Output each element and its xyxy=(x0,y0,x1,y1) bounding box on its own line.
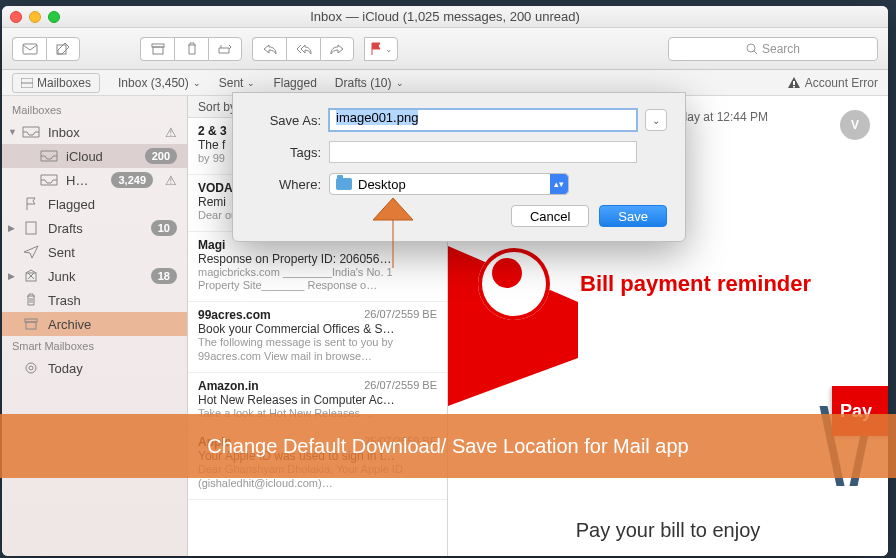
flag-icon xyxy=(22,197,40,211)
titlebar: Inbox — iCloud (1,025 messages, 200 unre… xyxy=(2,6,888,28)
svg-rect-8 xyxy=(26,222,36,234)
get-mail-button[interactable] xyxy=(12,37,46,61)
fav-flagged[interactable]: Flagged xyxy=(273,76,316,90)
svg-point-13 xyxy=(29,366,33,370)
mailboxes-icon xyxy=(21,78,33,88)
where-select[interactable]: Desktop ▴▾ xyxy=(329,173,569,195)
sidebar-item-drafts[interactable]: ▶ Drafts 10 xyxy=(2,216,187,240)
junk-button[interactable] xyxy=(208,37,242,61)
flag-button[interactable]: ⌄ xyxy=(364,37,398,61)
sidebar-item-flagged[interactable]: Flagged xyxy=(2,192,187,216)
disclosure-icon[interactable]: ▶ xyxy=(8,223,15,233)
search-field[interactable]: Search xyxy=(668,37,878,61)
compose-button[interactable] xyxy=(46,37,80,61)
message-subject: Hot New Releases in Computer Ac… xyxy=(198,393,437,407)
disclosure-icon[interactable]: ▶ xyxy=(8,271,15,281)
where-label: Where: xyxy=(251,177,329,192)
save-as-input[interactable]: image001.png xyxy=(329,109,637,131)
save-dialog: Save As: image001.png ⌄ Tags: Where: Des… xyxy=(232,92,686,242)
chevron-down-icon: ⌄ xyxy=(652,115,660,126)
svg-point-4 xyxy=(747,44,755,52)
tags-label: Tags: xyxy=(251,145,329,160)
sidebar-item-icloud[interactable]: iCloud 200 xyxy=(2,144,187,168)
unread-badge: 3,249 xyxy=(111,172,153,188)
reply-button[interactable] xyxy=(252,37,286,61)
message-from: Magi xyxy=(198,238,225,252)
junk-icon xyxy=(22,269,40,283)
disclosure-icon[interactable]: ▼ xyxy=(8,127,17,137)
forward-button[interactable] xyxy=(320,37,354,61)
svg-rect-9 xyxy=(26,273,36,281)
sidebar-section-mailboxes: Mailboxes xyxy=(2,100,187,120)
sent-icon xyxy=(22,245,40,259)
svg-rect-7 xyxy=(793,86,795,88)
sidebar-item-trash[interactable]: Trash xyxy=(2,288,187,312)
message-subject: Book your Commercial Offices & S… xyxy=(198,322,437,336)
message-from: VODA xyxy=(198,181,233,195)
inbox-icon xyxy=(22,125,40,139)
sidebar-item-account2[interactable]: H… 3,249 ⚠ xyxy=(2,168,187,192)
toolbar: ⌄ Search xyxy=(2,28,888,70)
inbox-icon xyxy=(40,173,58,187)
sidebar: Mailboxes ▼ Inbox ⚠ iCloud 200 H… 3,249 … xyxy=(2,96,188,556)
cancel-button[interactable]: Cancel xyxy=(511,205,589,227)
message-row[interactable]: 99acres.com26/07/2559 BEBook your Commer… xyxy=(188,302,447,373)
svg-rect-11 xyxy=(26,322,36,329)
save-button[interactable]: Save xyxy=(599,205,667,227)
sidebar-item-inbox[interactable]: ▼ Inbox ⚠ xyxy=(2,120,187,144)
svg-rect-0 xyxy=(23,44,37,54)
archive-button[interactable] xyxy=(140,37,174,61)
reply-all-button[interactable] xyxy=(286,37,320,61)
delete-button[interactable] xyxy=(174,37,208,61)
bill-reminder-heading: Bill payment reminder xyxy=(580,271,811,297)
unread-badge: 200 xyxy=(145,148,177,164)
fav-sent[interactable]: Sent⌄ xyxy=(219,76,256,90)
avatar: V xyxy=(840,110,870,140)
account-error[interactable]: Account Error xyxy=(787,76,878,90)
sidebar-section-smart: Smart Mailboxes xyxy=(2,336,187,356)
sidebar-item-junk[interactable]: ▶ Junk 18 xyxy=(2,264,187,288)
gear-icon xyxy=(22,361,40,375)
annotation-overlay: Change Default Download/ Save Location f… xyxy=(0,414,896,478)
annotation-arrow xyxy=(368,198,418,268)
tags-input[interactable] xyxy=(329,141,637,163)
fav-drafts[interactable]: Drafts (10)⌄ xyxy=(335,76,404,90)
expand-dialog-button[interactable]: ⌄ xyxy=(645,109,667,131)
warning-icon: ⚠ xyxy=(165,125,177,140)
warning-icon xyxy=(787,76,801,90)
message-from: 2 & 3 xyxy=(198,124,227,138)
save-as-label: Save As: xyxy=(251,113,329,128)
sidebar-item-archive[interactable]: Archive xyxy=(2,312,187,336)
inbox-icon xyxy=(40,149,58,163)
fav-inbox[interactable]: Inbox (3,450)⌄ xyxy=(118,76,201,90)
count-badge: 10 xyxy=(151,220,177,236)
count-badge: 18 xyxy=(151,268,177,284)
folder-icon xyxy=(336,178,352,190)
message-preview-text: magicbricks.com ________India's No. 1 Pr… xyxy=(198,266,437,294)
svg-point-12 xyxy=(26,363,36,373)
archive-icon xyxy=(22,317,40,331)
trash-icon xyxy=(22,293,40,307)
chevron-updown-icon: ▴▾ xyxy=(550,174,568,194)
mailboxes-toggle[interactable]: Mailboxes xyxy=(12,73,100,93)
search-icon xyxy=(746,43,758,55)
message-from: Amazon.in xyxy=(198,379,259,393)
message-preview-text: The following message is sent to you by … xyxy=(198,336,437,364)
vodafone-logo xyxy=(478,248,550,320)
message-from: 99acres.com xyxy=(198,308,271,322)
message-date: 26/07/2559 BE xyxy=(364,308,437,322)
message-date: 26/07/2559 BE xyxy=(364,379,437,393)
sidebar-item-sent[interactable]: Sent xyxy=(2,240,187,264)
pay-bill-text: Pay your bill to enjoy xyxy=(448,519,888,542)
warning-icon: ⚠ xyxy=(165,173,177,188)
svg-rect-6 xyxy=(793,81,795,85)
drafts-icon xyxy=(22,221,40,235)
sidebar-item-today[interactable]: Today xyxy=(2,356,187,380)
svg-rect-3 xyxy=(153,47,163,54)
window-title: Inbox — iCloud (1,025 messages, 200 unre… xyxy=(2,9,888,24)
